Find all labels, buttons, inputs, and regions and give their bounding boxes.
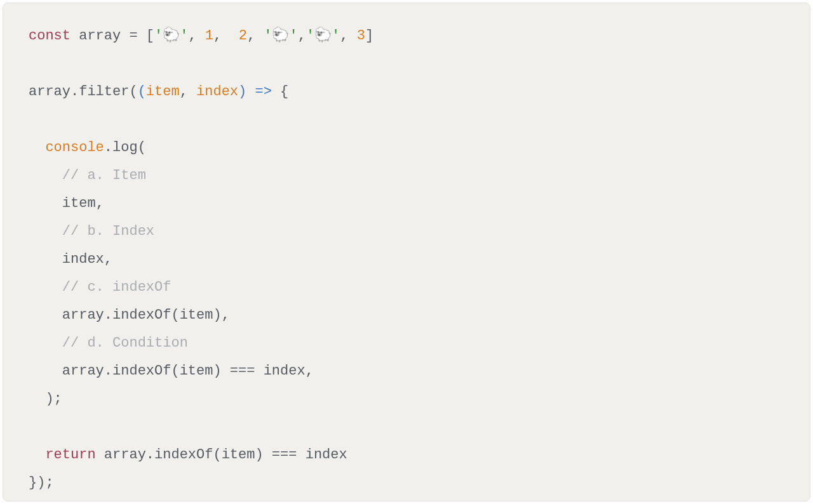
space (255, 28, 264, 44)
method-filter: filter (79, 84, 129, 100)
dot: . (71, 84, 79, 100)
number-literal: 3 (357, 28, 365, 44)
indent (29, 279, 62, 295)
comma: , (247, 28, 255, 44)
string-quote: ' (289, 28, 297, 44)
code-pre: const array = ['🐑', 1, 2, '🐑','🐑', 3] ar… (29, 21, 784, 497)
indent (29, 140, 45, 156)
comma: , (340, 28, 348, 44)
indent (29, 307, 62, 323)
string-quote: ' (180, 28, 188, 44)
paren-open: ( (129, 84, 137, 100)
bracket-open: [ (146, 28, 154, 44)
space (96, 447, 104, 463)
comment-b: // b. Index (62, 223, 154, 239)
arrow-token: => (255, 84, 271, 100)
identifier-array: array (79, 28, 121, 44)
indent (29, 251, 62, 267)
string-quote: ' (154, 28, 163, 44)
paren-close: ) (238, 84, 246, 100)
param-item: item (146, 84, 180, 100)
space (349, 28, 357, 44)
comma: , (306, 363, 314, 379)
space (138, 28, 146, 44)
paren-close-semi: ); (45, 391, 62, 407)
space (246, 84, 255, 100)
comma: , (188, 28, 196, 44)
return-expr: array.indexOf(item) === index (104, 447, 347, 463)
identifier-array: array (29, 84, 71, 100)
method-log: log (112, 140, 138, 156)
comment-d: // d. Condition (62, 335, 188, 351)
paren-open: ( (138, 140, 146, 156)
indent (29, 391, 45, 407)
space (197, 28, 205, 44)
indent (29, 363, 62, 379)
closing-tokens: }); (29, 475, 54, 491)
string-quote: ' (332, 28, 340, 44)
space (222, 28, 238, 44)
identifier-console: console (45, 140, 104, 156)
sheep-emoji: 🐑 (272, 27, 289, 43)
dot: . (104, 140, 112, 156)
call-indexof: array.indexOf(item) (62, 307, 222, 323)
space (188, 84, 196, 100)
comment-c: // c. indexOf (62, 279, 171, 295)
indent (29, 168, 62, 183)
number-literal: 2 (239, 28, 247, 44)
keyword-return: return (45, 447, 95, 463)
brace-open: { (280, 84, 288, 100)
indent (29, 335, 62, 351)
string-quote: ' (264, 28, 272, 44)
identifier-item: item (62, 196, 96, 211)
condition-expr: array.indexOf(item) === index (62, 363, 306, 379)
number-literal: 1 (205, 28, 213, 44)
space (121, 28, 129, 44)
sheep-emoji: 🐑 (163, 27, 180, 43)
bracket-close: ] (365, 28, 373, 44)
equals: = (129, 28, 137, 44)
sheep-emoji: 🐑 (314, 27, 332, 43)
indent (29, 223, 62, 239)
comma: , (180, 84, 188, 100)
identifier-index: index (62, 251, 104, 267)
comma: , (96, 196, 104, 211)
paren-open: ( (138, 84, 146, 100)
param-index: index (196, 84, 238, 100)
space (71, 28, 79, 44)
comma: , (213, 28, 222, 44)
keyword-const: const (29, 28, 71, 44)
code-block: const array = ['🐑', 1, 2, '🐑','🐑', 3] ar… (3, 3, 810, 501)
string-quote: ' (306, 28, 314, 44)
comma: , (298, 28, 306, 44)
comment-a: // a. Item (62, 168, 146, 183)
comma: , (104, 251, 112, 267)
comma: , (222, 307, 230, 323)
indent (29, 196, 62, 211)
space (272, 84, 280, 100)
indent (29, 447, 45, 463)
